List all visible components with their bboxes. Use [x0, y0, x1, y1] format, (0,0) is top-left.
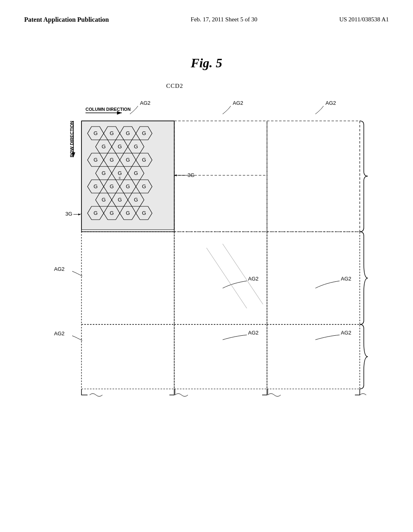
diagram-area: CCD2 COLUMN DIRECTION ROW DIRECTION	[33, 83, 380, 478]
page-header: Patent Application Publication Feb. 17, …	[0, 0, 413, 23]
svg-rect-61	[81, 232, 174, 324]
svg-text:COLUMN  DIRECTION: COLUMN DIRECTION	[86, 107, 131, 112]
svg-text:G: G	[118, 170, 122, 176]
svg-line-83	[223, 244, 263, 304]
date-sheet-label: Feb. 17, 2011 Sheet 5 of 30	[191, 16, 257, 23]
svg-text:G: G	[134, 143, 138, 150]
svg-text:G: G	[142, 157, 146, 163]
svg-text:G: G	[134, 170, 138, 176]
svg-text:c: c	[119, 176, 121, 180]
svg-text:G: G	[110, 157, 114, 163]
svg-text:3G: 3G	[65, 211, 72, 217]
svg-text:G: G	[134, 197, 138, 203]
svg-text:AG2: AG2	[341, 276, 351, 282]
svg-text:G: G	[118, 197, 122, 203]
svg-text:G: G	[142, 183, 146, 189]
svg-text:G: G	[94, 130, 98, 136]
svg-rect-60	[267, 121, 360, 232]
svg-text:G: G	[102, 170, 106, 176]
svg-text:G: G	[126, 183, 130, 189]
svg-text:AG2: AG2	[233, 100, 243, 106]
svg-line-82	[206, 248, 247, 308]
svg-text:G: G	[110, 210, 114, 216]
svg-text:AG2: AG2	[248, 276, 259, 282]
svg-text:G: G	[110, 130, 114, 136]
svg-text:AG2: AG2	[54, 330, 65, 337]
diagram-svg: COLUMN DIRECTION ROW DIRECTION G G G	[33, 91, 380, 474]
svg-text:G: G	[94, 183, 98, 189]
svg-text:AG2: AG2	[341, 330, 351, 336]
svg-text:AG2: AG2	[140, 100, 150, 106]
svg-text:G: G	[126, 157, 130, 163]
svg-text:G: G	[126, 210, 130, 216]
figure-title: Fig. 5	[0, 56, 413, 71]
svg-text:AG2: AG2	[325, 100, 336, 106]
svg-text:G: G	[102, 143, 106, 150]
svg-text:ROW DIRECTION: ROW DIRECTION	[69, 121, 74, 157]
svg-rect-64	[81, 324, 174, 389]
svg-text:G: G	[118, 143, 122, 150]
svg-text:G: G	[142, 210, 146, 216]
svg-text:AG2: AG2	[54, 266, 65, 272]
patent-number-label: US 2011/038538 A1	[339, 16, 389, 23]
svg-text:G: G	[126, 130, 130, 136]
svg-text:G: G	[142, 130, 146, 136]
svg-text:G: G	[94, 157, 98, 163]
publication-label: Patent Application Publication	[24, 16, 109, 23]
svg-text:G: G	[102, 197, 106, 203]
ccd2-label: CCD2	[166, 83, 183, 89]
svg-text:G: G	[94, 210, 98, 216]
svg-text:AG2: AG2	[248, 330, 259, 336]
svg-text:G: G	[110, 183, 114, 189]
